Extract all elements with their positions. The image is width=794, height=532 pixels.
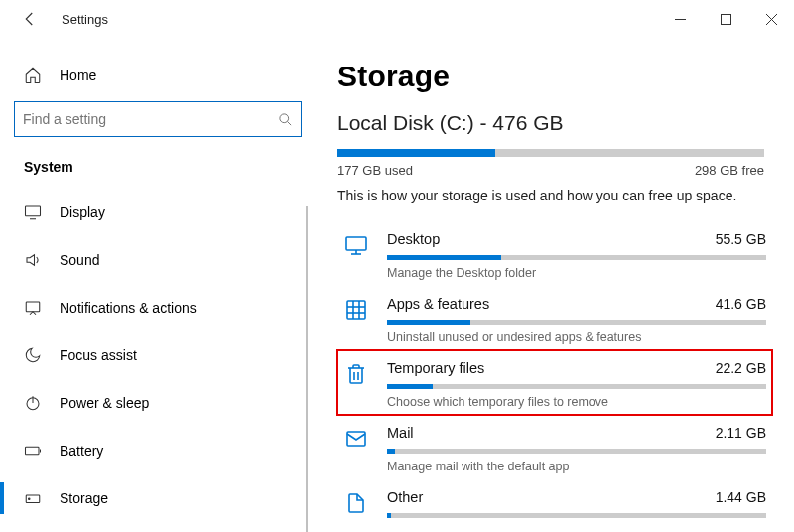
storage-item[interactable]: Mail2.11 GBManage mail with the default … (337, 415, 772, 479)
storage-item-title: Mail (387, 425, 414, 441)
storage-item-title: Temporary files (387, 360, 484, 376)
storage-item[interactable]: Apps & features41.6 GBUninstall unused o… (337, 286, 772, 350)
svg-rect-15 (346, 237, 366, 250)
svg-rect-8 (26, 302, 40, 312)
storage-item-size: 55.5 GB (716, 231, 766, 247)
close-icon (766, 14, 777, 25)
apps-icon (343, 296, 369, 322)
nav-display[interactable]: Display (14, 189, 308, 236)
back-button[interactable] (16, 5, 44, 33)
window-title: Settings (62, 12, 108, 27)
speaker-icon (24, 251, 42, 269)
sidebar: Home System Display Sound Notifications … (0, 38, 308, 532)
storage-item-bar (387, 320, 766, 325)
nav-label: Focus assist (60, 347, 137, 363)
trash-icon (343, 360, 369, 386)
svg-point-4 (280, 113, 289, 122)
nav-battery[interactable]: Battery (14, 427, 308, 474)
storage-item-size: 1.44 GB (716, 489, 766, 505)
content-pane: Storage Local Disk (C:) - 476 GB 177 GB … (308, 38, 794, 532)
storage-item-subtitle: Choose which temporary files to remove (387, 395, 766, 409)
storage-item[interactable]: Desktop55.5 GBManage the Desktop folder (337, 221, 772, 286)
arrow-left-icon (21, 10, 39, 28)
nav-label: Display (60, 204, 105, 220)
search-icon (278, 112, 293, 127)
battery-icon (24, 442, 42, 460)
titlebar: Settings (0, 0, 794, 38)
svg-point-14 (29, 498, 31, 500)
nav-notifications[interactable]: Notifications & actions (14, 284, 308, 332)
maximize-icon (721, 14, 731, 25)
nav-label: Power & sleep (60, 395, 149, 411)
storage-item-subtitle: Manage mail with the default app (387, 460, 766, 473)
disk-usage-bar (337, 149, 764, 157)
svg-rect-25 (347, 432, 365, 446)
notifications-icon (24, 299, 42, 317)
storage-item-bar (387, 449, 766, 454)
mail-icon (343, 425, 369, 451)
minimize-icon (675, 14, 686, 25)
search-input[interactable] (23, 111, 278, 127)
storage-description: This is how your storage is used and how… (337, 188, 772, 203)
svg-rect-6 (26, 206, 41, 216)
storage-item-size: 41.6 GB (716, 296, 766, 312)
nav-sound[interactable]: Sound (14, 236, 308, 284)
storage-item-bar (387, 384, 766, 389)
monitor-icon (24, 203, 42, 221)
storage-item[interactable]: Temporary files22.2 GBChoose which tempo… (337, 350, 772, 415)
nav-power-sleep[interactable]: Power & sleep (14, 379, 308, 427)
home-icon (24, 66, 42, 84)
storage-item-title: Other (387, 489, 423, 505)
nav-label: Storage (60, 490, 108, 506)
disk-label: Local Disk (C:) - 476 GB (337, 111, 772, 135)
minimize-button[interactable] (657, 3, 703, 35)
moon-icon (24, 346, 42, 364)
storage-item-size: 2.11 GB (716, 425, 766, 441)
nav-label: Notifications & actions (60, 300, 197, 316)
storage-item-size: 22.2 GB (716, 360, 766, 376)
storage-item-subtitle: Uninstall unused or undesired apps & fea… (387, 331, 766, 344)
svg-line-5 (287, 121, 291, 125)
nav-label: Battery (60, 443, 103, 459)
svg-rect-1 (721, 14, 730, 24)
storage-item-title: Apps & features (387, 296, 489, 312)
used-text: 177 GB used (337, 163, 413, 178)
storage-item[interactable]: Other1.44 GB (337, 479, 772, 530)
sidebar-scrollbar[interactable] (306, 206, 308, 532)
drive-icon (24, 489, 42, 507)
svg-rect-18 (347, 301, 365, 319)
power-icon (24, 394, 42, 412)
window-controls (657, 3, 794, 35)
home-label: Home (60, 67, 96, 83)
nav-storage[interactable]: Storage (14, 474, 308, 522)
file-icon (343, 489, 369, 515)
free-text: 298 GB free (695, 163, 764, 178)
nav-label: Sound (60, 252, 99, 268)
svg-rect-11 (26, 447, 40, 455)
page-heading: Storage (337, 60, 772, 93)
storage-item-title: Desktop (387, 231, 440, 247)
storage-list: Desktop55.5 GBManage the Desktop folderA… (337, 221, 772, 530)
close-button[interactable] (748, 3, 794, 35)
nav-focus-assist[interactable]: Focus assist (14, 332, 308, 379)
storage-item-bar (387, 255, 766, 260)
storage-item-bar (387, 513, 766, 518)
home-nav[interactable]: Home (14, 54, 308, 97)
maximize-button[interactable] (703, 3, 748, 35)
section-label: System (24, 159, 308, 175)
monitor-icon (343, 231, 369, 257)
storage-item-subtitle: Manage the Desktop folder (387, 266, 766, 280)
search-box[interactable] (14, 101, 302, 137)
